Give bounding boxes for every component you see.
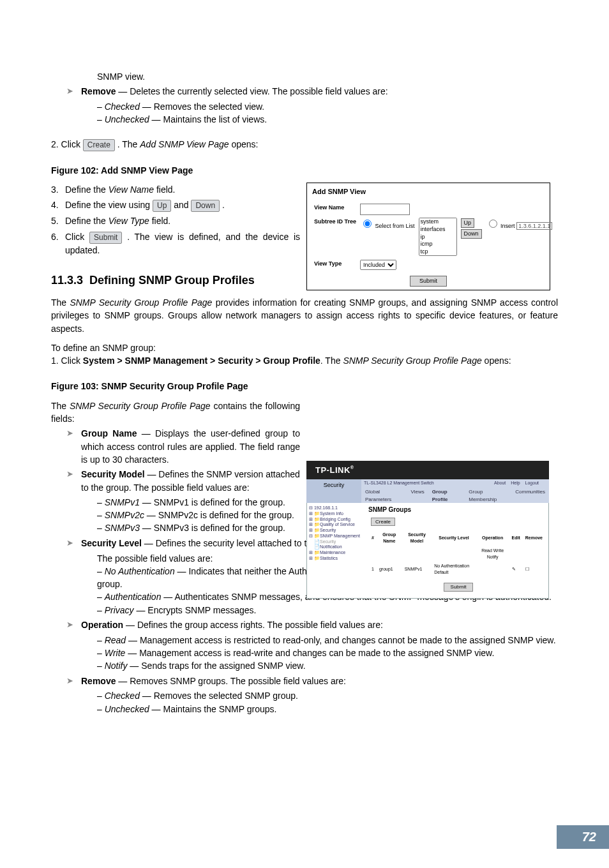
remove-checked: – Checked — Removes the selected view.: [51, 100, 558, 113]
down-button[interactable]: Down: [461, 229, 482, 239]
to-define-line: To define an SNMP group:: [51, 341, 558, 354]
sec-step-1: 1. Click System > SNMP Management > Secu…: [51, 354, 558, 367]
insert-oid[interactable]: 1.3.6.1.2.1.1: [516, 222, 552, 230]
select-from-list-radio[interactable]: [363, 220, 372, 228]
figure-103-caption: Figure 103: SNMP Security Group Profile …: [51, 380, 558, 393]
col-remove: Remove: [523, 531, 545, 545]
step-4: 4. Define the view using Up and Down .: [51, 198, 300, 212]
tab-views[interactable]: Views: [407, 487, 428, 503]
tab-global[interactable]: Global Parameters: [361, 487, 407, 503]
bullet-icon: ➤: [51, 618, 73, 632]
security-model-item: Security Model — Defines the SNMP versio…: [81, 468, 300, 494]
remove-unchecked: – Unchecked — Maintains the list of view…: [51, 113, 558, 126]
logout-link[interactable]: Logout: [525, 481, 539, 485]
remove-checkbox[interactable]: ☐: [523, 562, 545, 576]
about-link[interactable]: About: [494, 481, 506, 485]
col-sec-model: Security Model: [403, 531, 432, 545]
col-idx: #: [370, 531, 376, 545]
nav-tree[interactable]: ⊟ 192.168.1.1 ⊞ 📁System Info ⊞ 📁Bridging…: [307, 503, 366, 598]
step-5: 5. Define the View Type field.: [51, 214, 300, 227]
page-number: 72: [557, 825, 609, 849]
nav-label: Security: [306, 479, 361, 503]
subtree-label: Subtree ID Tree: [312, 216, 358, 258]
contains-paragraph: The SNMP Security Group Profile Page con…: [51, 400, 300, 426]
submit-button[interactable]: Submit: [410, 276, 447, 287]
col-edit: Edit: [510, 531, 522, 545]
submit-groups-button[interactable]: Submit: [444, 583, 474, 592]
group-name-item: Group Name — Displays the user-defined g…: [81, 427, 300, 466]
figure-102: Add SNMP View View Name Subtree ID Tree …: [306, 183, 550, 290]
operation-item: Operation — Defines the group access rig…: [81, 618, 383, 631]
submit-button-inline[interactable]: Submit: [89, 232, 122, 244]
remove-item: Remove — Deletes the currently selected …: [81, 85, 388, 98]
up-button-inline[interactable]: Up: [153, 200, 171, 212]
tab-group-membership[interactable]: Group Membership: [465, 487, 511, 503]
view-type-label: View Type: [312, 258, 358, 271]
step-3: 3. Define the View Name field.: [51, 183, 300, 196]
step-2: 2. Click Create . The Add SNMP View Page…: [51, 138, 558, 151]
brand-bar: TP-LINK®: [306, 461, 549, 479]
create-group-button[interactable]: Create: [371, 518, 395, 527]
bullet-icon: ➤: [51, 537, 73, 550]
bullet-icon: ➤: [51, 85, 73, 98]
remove-groups-item: Remove — Removes SNMP groups. The possib…: [81, 675, 346, 687]
figure-103: TP-LINK® Security TL-SL3428 L2 Managemen…: [306, 461, 549, 599]
switch-model: TL-SL3428 L2 Management Switch: [364, 480, 434, 486]
view-name-label: View Name: [312, 202, 358, 216]
snmp-view-line: SNMP view.: [51, 70, 558, 83]
tab-communities[interactable]: Communities: [511, 487, 549, 503]
help-link[interactable]: Help: [511, 481, 520, 485]
edit-icon[interactable]: ✎: [510, 562, 522, 576]
figure-102-caption: Figure 102: Add SNMP View Page: [51, 164, 558, 177]
down-button-inline[interactable]: Down: [191, 200, 220, 212]
select-from-list-label: Select from List: [375, 223, 415, 229]
insert-radio[interactable]: [489, 220, 497, 228]
add-snmp-view-title: Add SNMP View: [311, 187, 546, 197]
view-name-input[interactable]: [360, 204, 410, 215]
col-sec-level: Security Level: [432, 531, 475, 545]
insert-label: Insert: [500, 223, 515, 229]
snmp-groups-heading: SNMP Groups: [368, 505, 546, 515]
step-6: 6. Click Submit . The view is defined, a…: [51, 230, 300, 257]
bullet-icon: ➤: [51, 427, 73, 440]
create-button[interactable]: Create: [83, 139, 115, 151]
view-type-select[interactable]: Included: [360, 260, 396, 270]
col-group-name: Group Name: [377, 531, 402, 545]
tab-group-profile[interactable]: Group Profile: [428, 487, 465, 503]
section-intro: The SNMP Security Group Profile Page pro…: [51, 296, 558, 335]
bullet-icon: ➤: [51, 468, 73, 481]
bullet-icon: ➤: [51, 675, 73, 688]
col-operation: Operation: [477, 531, 509, 545]
subtree-list[interactable]: system interfaces ip icmp tcp: [419, 218, 457, 256]
table-row: 1 group1 SNMPv1 No Authentication Defaul…: [370, 562, 545, 576]
up-button[interactable]: Up: [461, 218, 475, 228]
